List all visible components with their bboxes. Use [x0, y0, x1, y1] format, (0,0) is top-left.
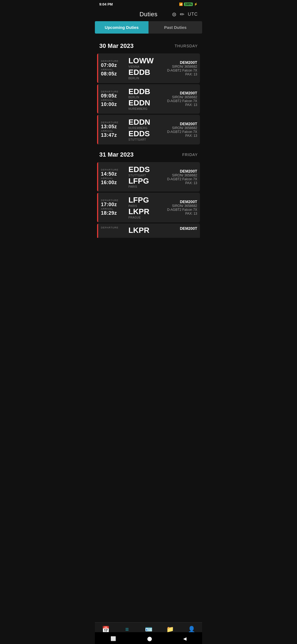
flight-card-3[interactable]: DEPARTURE 13:05z ARRIVAL 13:47z EDDN NUR… — [97, 115, 200, 144]
tab-upcoming[interactable]: Upcoming Duties — [95, 21, 148, 34]
flight-times-4: DEPARTURE 14:50z ARRIVAL 16:00z — [101, 168, 126, 185]
status-right: 📶 100% ⚡ — [179, 2, 198, 6]
flight-info-4: DEM200T SIRON/ 3658682 D-AGBT2 Falcon 7X… — [161, 169, 197, 185]
tab-bar: Upcoming Duties Past Duties — [95, 21, 202, 34]
flight-times-2: DEPARTURE 09:05z ARRIVAL 10:00z — [101, 90, 126, 107]
flight-card-1[interactable]: DEPARTURE 07:00z ARRIVAL 08:05z LOWW VIE… — [97, 53, 200, 83]
flight-info-1: DEM200T SIRON/ 3658682 D-AGBT2 Falcon 7X… — [161, 60, 197, 76]
status-bar: 9:04 PM 📶 100% ⚡ — [95, 0, 202, 7]
flight-airports-5: LFPG PARIS LKPR PRAGUE — [126, 196, 161, 219]
date-header-1: 30 Mar 2023 THURSDAY — [95, 37, 202, 52]
tab-past[interactable]: Past Duties — [148, 21, 202, 34]
date-header-2: 31 Mar 2023 FRIDAY — [95, 146, 202, 161]
flight-card-2[interactable]: DEPARTURE 09:05z ARRIVAL 10:00z EDDB BER… — [97, 84, 200, 114]
flight-airports-4: EDDS STUTTGART LFPG PARIS — [126, 165, 161, 189]
signal-icon: 📶 — [179, 2, 183, 6]
flight-airports-2: EDDB BERLIN EDDN NUREMBERG — [126, 88, 161, 111]
date-2: 31 Mar 2023 — [99, 151, 134, 158]
battery-icon: 100% — [184, 2, 193, 6]
flight-airports-3: EDDN NUREMBERG EDDS STUTTGART — [126, 118, 161, 141]
flight-card-5[interactable]: DEPARTURE 17:00z ARRIVAL 18:29z LFPG PAR… — [97, 193, 200, 222]
day-2: FRIDAY — [182, 152, 198, 157]
header-actions: ⊜ ✏ UTC — [172, 11, 198, 18]
flight-info-5: DEM200T SIRON/ 3658682 D-AGBT2 Falcon 7X… — [161, 200, 197, 215]
flight-airports-1: LOWW VIENNA EDDB BERLIN — [126, 57, 161, 80]
flight-times-3: DEPARTURE 13:05z ARRIVAL 13:47z — [101, 121, 126, 138]
flight-info-3: DEM200T SIRON/ 3658682 D-AGBT2 Falcon 7X… — [161, 122, 197, 138]
date-1: 30 Mar 2023 — [99, 42, 134, 50]
app-header: Duties ⊜ ✏ UTC — [95, 7, 202, 21]
flight-info-truncated: DEM200T — [161, 226, 197, 231]
flight-times-5: DEPARTURE 17:00z ARRIVAL 18:29z — [101, 199, 126, 216]
page-title: Duties — [139, 11, 157, 18]
flight-card-4[interactable]: DEPARTURE 14:50z ARRIVAL 16:00z EDDS STU… — [97, 162, 200, 192]
edit-icon[interactable]: ✏ — [180, 11, 185, 18]
flight-info-2: DEM200T SIRON/ 3658682 D-AGBT2 Falcon 7X… — [161, 91, 197, 107]
day-1: THURSDAY — [175, 44, 198, 48]
status-time: 9:04 PM — [99, 2, 113, 6]
filter-icon[interactable]: ⊜ — [172, 11, 177, 18]
charging-icon: ⚡ — [194, 2, 198, 6]
flight-card-truncated[interactable]: DEPARTURE LKPR DEM200T — [97, 223, 200, 238]
utc-label: UTC — [188, 12, 198, 17]
duties-content: 30 Mar 2023 THURSDAY DEPARTURE 07:00z AR… — [95, 37, 202, 266]
flight-times-1: DEPARTURE 07:00z ARRIVAL 08:05z — [101, 60, 126, 77]
flight-airports-truncated: LKPR — [126, 226, 161, 235]
flight-times-truncated: DEPARTURE — [101, 226, 126, 229]
